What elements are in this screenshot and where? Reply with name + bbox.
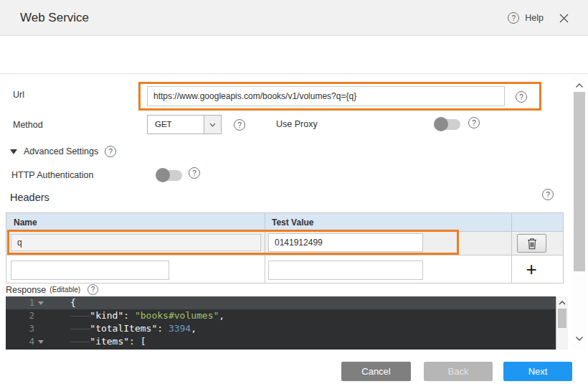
cancel-button[interactable]: Cancel xyxy=(341,362,411,381)
close-icon[interactable] xyxy=(559,14,569,23)
caret-up-icon[interactable] xyxy=(574,79,584,92)
editor-scrollbar[interactable] xyxy=(556,296,568,350)
caret-up-icon[interactable] xyxy=(558,298,566,309)
header-row-highlight-annotation xyxy=(7,230,459,255)
code-line[interactable]: 2————"kind": "books#volumes", xyxy=(6,309,556,322)
content-scrollbar-thumb[interactable] xyxy=(574,92,585,271)
content-scrollbar[interactable] xyxy=(572,75,587,350)
http-auth-toggle[interactable] xyxy=(156,170,182,181)
use-proxy-help-icon[interactable]: ? xyxy=(468,117,480,128)
column-header-name: Name xyxy=(14,217,37,228)
advanced-settings-toggle[interactable]: Advanced Settings ? xyxy=(10,146,116,157)
toggle-knob xyxy=(434,117,448,131)
trash-icon xyxy=(527,238,537,250)
method-select-value: GET xyxy=(148,116,204,133)
response-label: Response xyxy=(6,285,46,295)
response-editable-note: (Editable) xyxy=(49,286,80,294)
triangle-down-icon xyxy=(10,149,17,154)
headers-section-title: Headers xyxy=(10,192,49,203)
new-header-test-value-input[interactable] xyxy=(268,261,423,280)
http-auth-label: HTTP Authentication xyxy=(11,170,93,180)
code-line[interactable]: 1{ xyxy=(6,296,556,309)
advanced-settings-help-icon[interactable]: ? xyxy=(105,146,116,157)
plus-icon: + xyxy=(526,258,536,280)
column-divider xyxy=(511,213,512,283)
dialog-footer: Cancel Back Next xyxy=(0,350,588,389)
column-header-test-value: Test Value xyxy=(272,217,313,228)
wizard-stepper: 1 2 Import WebService Configure WebServi… xyxy=(0,36,588,74)
code-lines[interactable]: 1{2————"kind": "books#volumes",3————"tot… xyxy=(6,296,556,350)
use-proxy-toggle[interactable] xyxy=(435,119,460,130)
dialog-titlebar: Web Service ? Help xyxy=(0,0,588,36)
advanced-settings-label: Advanced Settings xyxy=(24,146,98,156)
fold-arrow-icon[interactable] xyxy=(38,340,44,344)
code-line[interactable]: 4————"items": [ xyxy=(6,335,556,348)
url-label: Url xyxy=(13,90,24,100)
response-code-editor[interactable]: 1{2————"kind": "books#volumes",3————"tot… xyxy=(6,296,568,350)
method-label: Method xyxy=(13,120,43,130)
code-line[interactable]: 3————"totalItems": 3394, xyxy=(6,322,556,335)
method-help-icon[interactable]: ? xyxy=(234,119,245,131)
fold-arrow-icon[interactable] xyxy=(38,301,44,305)
toggle-knob xyxy=(156,168,170,182)
url-highlight-annotation xyxy=(138,82,541,111)
http-auth-help-icon[interactable]: ? xyxy=(189,167,200,179)
use-proxy-label: Use Proxy xyxy=(276,119,318,129)
delete-row-button[interactable] xyxy=(517,234,546,253)
next-button[interactable]: Next xyxy=(503,362,572,381)
new-header-name-input[interactable] xyxy=(11,261,169,280)
method-select[interactable]: GET xyxy=(147,115,222,134)
add-row-button[interactable]: + xyxy=(523,258,540,280)
page-title: Web Service xyxy=(20,11,89,25)
help-label[interactable]: Help xyxy=(525,13,544,23)
response-help-icon[interactable]: ? xyxy=(87,284,98,295)
headers-help-icon[interactable]: ? xyxy=(542,189,554,200)
caret-down-icon[interactable] xyxy=(574,332,584,345)
chevron-down-icon[interactable] xyxy=(204,116,221,133)
web-service-dialog: Web Service ? Help 1 2 Import WebService… xyxy=(0,0,588,389)
editor-scrollbar-thumb[interactable] xyxy=(558,309,566,328)
back-button[interactable]: Back xyxy=(424,362,493,381)
help-icon[interactable]: ? xyxy=(508,12,519,24)
form-content: Url ? Method GET ? Use Proxy ? Advanced … xyxy=(0,75,588,350)
